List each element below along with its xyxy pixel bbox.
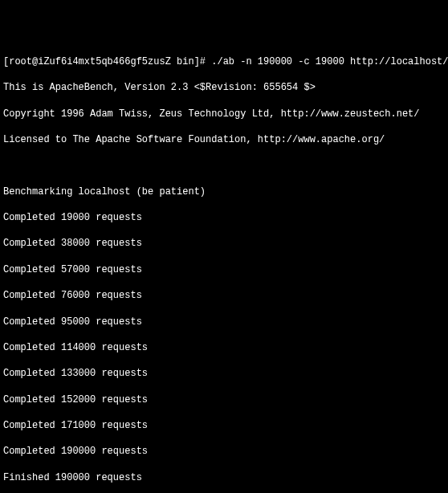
progress-line: Completed 114000 requests — [3, 341, 445, 354]
blank-line — [3, 159, 445, 172]
shell-prompt: [root@iZuf6i4mxt5qb466gf5zusZ bin]# ./ab… — [3, 55, 445, 68]
progress-line: Completed 19000 requests — [3, 211, 445, 224]
ab-version-line: This is ApacheBench, Version 2.3 <$Revis… — [3, 81, 445, 94]
progress-line: Completed 38000 requests — [3, 237, 445, 250]
progress-line: Completed 76000 requests — [3, 289, 445, 302]
progress-line: Completed 95000 requests — [3, 316, 445, 328]
progress-line: Completed 133000 requests — [3, 367, 445, 380]
benchmarking-line: Benchmarking localhost (be patient) — [3, 185, 445, 198]
progress-line: Completed 57000 requests — [3, 263, 445, 276]
progress-line: Completed 152000 requests — [3, 393, 445, 406]
progress-line: Completed 190000 requests — [3, 445, 445, 458]
ab-copyright-line: Copyright 1996 Adam Twiss, Zeus Technolo… — [3, 108, 445, 120]
progress-finished-line: Finished 190000 requests — [3, 471, 445, 484]
ab-license-line: Licensed to The Apache Software Foundati… — [3, 133, 445, 146]
progress-line: Completed 171000 requests — [3, 419, 445, 432]
